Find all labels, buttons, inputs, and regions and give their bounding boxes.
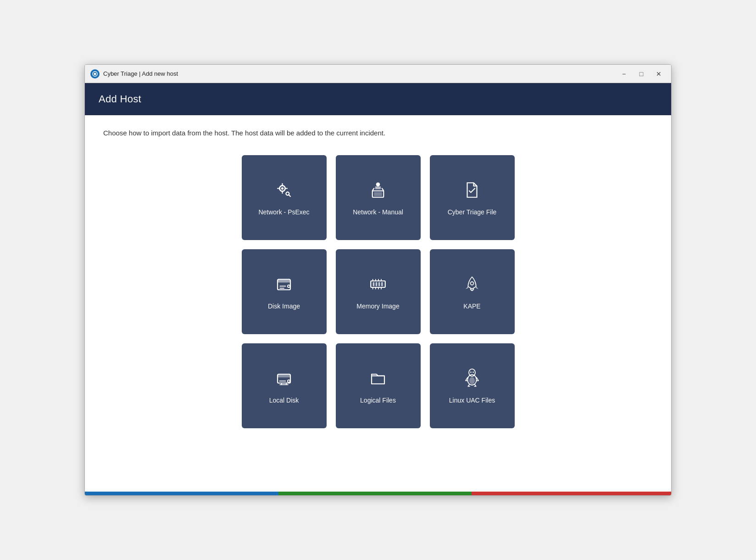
description-text: Choose how to import data from the host.… <box>103 129 653 137</box>
svg-point-3 <box>281 187 284 190</box>
svg-rect-15 <box>376 282 378 286</box>
tile-linux-uac-files[interactable]: Linux UAC Files <box>430 343 515 428</box>
svg-point-5 <box>376 183 380 187</box>
svg-rect-28 <box>278 375 290 378</box>
tile-label-logical-files: Logical Files <box>360 396 396 404</box>
tile-network-manual[interactable]: Network - Manual <box>336 155 421 240</box>
bottom-accent-bar <box>85 492 671 495</box>
close-button[interactable]: ✕ <box>652 68 666 79</box>
title-bar: Cyber Triage | Add new host − □ ✕ <box>85 65 671 83</box>
tile-logical-files[interactable]: Logical Files <box>336 343 421 428</box>
minimize-button[interactable]: − <box>617 68 631 79</box>
tile-label-network-manual: Network - Manual <box>353 208 403 216</box>
window-controls: − □ ✕ <box>617 68 666 79</box>
linux-icon <box>462 367 482 390</box>
tile-label-memory-image: Memory Image <box>356 302 399 310</box>
tile-kape[interactable]: KAPE <box>430 249 515 334</box>
svg-rect-9 <box>278 280 290 283</box>
svg-point-36 <box>472 372 474 373</box>
rocket-icon <box>462 273 482 296</box>
tile-label-disk-image: Disk Image <box>268 302 300 310</box>
tile-label-network-psexec: Network - PsExec <box>258 208 309 216</box>
tile-network-psexec[interactable]: Network - PsExec <box>242 155 327 240</box>
person-laptop-icon <box>368 179 388 202</box>
svg-point-1 <box>94 73 96 75</box>
svg-point-38 <box>469 377 475 385</box>
main-window: Cyber Triage | Add new host − □ ✕ Add Ho… <box>84 64 672 496</box>
app-icon <box>90 69 100 78</box>
tile-memory-image[interactable]: Memory Image <box>336 249 421 334</box>
tile-local-disk[interactable]: Local Disk <box>242 343 327 428</box>
tile-disk-image[interactable]: Disk Image <box>242 249 327 334</box>
svg-point-35 <box>470 372 472 373</box>
tile-label-linux-uac-files: Linux UAC Files <box>449 396 495 404</box>
main-content: Choose how to import data from the host.… <box>85 115 671 492</box>
folder-icon <box>368 367 388 390</box>
tile-cyber-triage-file[interactable]: Cyber Triage File <box>430 155 515 240</box>
svg-rect-16 <box>378 282 380 286</box>
svg-rect-7 <box>374 192 382 196</box>
svg-rect-17 <box>381 282 383 286</box>
svg-point-26 <box>471 282 474 285</box>
page-title: Add Host <box>99 93 657 105</box>
local-disk-icon <box>274 367 294 390</box>
maximize-button[interactable]: □ <box>634 68 648 79</box>
svg-rect-14 <box>373 282 375 286</box>
header-bar: Add Host <box>85 83 671 115</box>
tiles-grid: Network - PsExec <box>103 155 653 428</box>
tile-label-cyber-triage-file: Cyber Triage File <box>448 208 497 216</box>
tile-label-local-disk: Local Disk <box>269 396 299 404</box>
svg-point-10 <box>288 285 290 287</box>
tile-label-kape: KAPE <box>463 302 480 310</box>
gear-network-icon <box>274 179 294 202</box>
ram-icon <box>368 273 388 296</box>
svg-point-29 <box>288 380 290 382</box>
window-title: Cyber Triage | Add new host <box>103 70 617 77</box>
document-check-icon <box>462 179 482 202</box>
disk-icon <box>274 273 294 296</box>
